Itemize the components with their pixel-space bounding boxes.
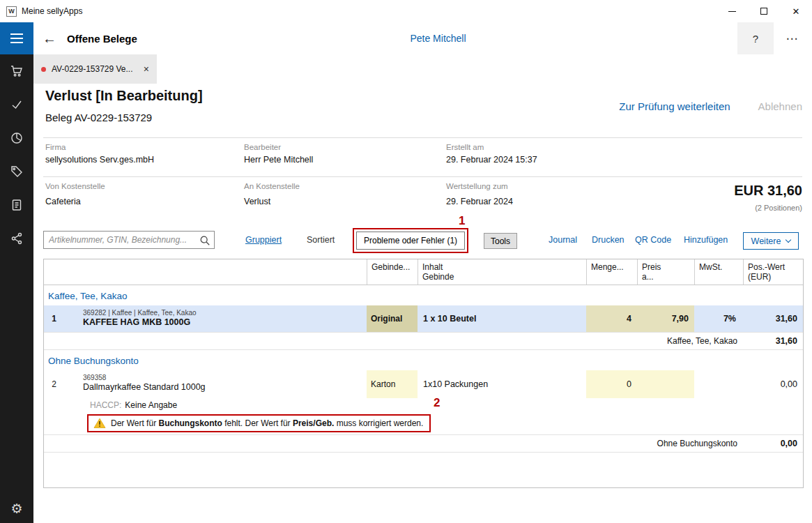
mwst-cell <box>694 370 743 398</box>
field-label-firma: Firma <box>45 143 66 151</box>
check-icon[interactable] <box>9 97 24 112</box>
table-row[interactable]: 1 369282 | Kaffee | Kaffee, Tee, Kakao K… <box>44 305 803 332</box>
gruppiert-link[interactable]: Gruppiert <box>245 235 282 245</box>
current-user[interactable]: Pete Mitchell <box>410 33 466 44</box>
tag-icon[interactable] <box>9 164 24 179</box>
group-subtotal: Ohne Buchungskonto 0,00 <box>44 434 803 453</box>
col-menge: Menge... <box>586 259 637 285</box>
col-pos-wert: Pos.-Wert(EUR) <box>743 259 803 285</box>
inhalt-cell: 1 x 10 Beutel <box>418 305 586 332</box>
qr-code-link[interactable]: QR Code <box>635 235 671 245</box>
help-button[interactable]: ? <box>737 22 774 54</box>
unsaved-dot-icon <box>41 67 46 72</box>
close-button[interactable]: ✕ <box>780 0 812 22</box>
tab-close-icon[interactable]: × <box>144 63 149 75</box>
chevron-down-icon <box>786 236 791 242</box>
journal-link[interactable]: Journal <box>549 235 577 245</box>
wert-cell: 0,00 <box>743 370 803 398</box>
preis-cell[interactable] <box>637 370 694 398</box>
article-description: 369358 Dallmayrkaffee Standard 1000g <box>62 370 367 398</box>
col-gebinde: Gebinde... <box>367 259 418 285</box>
annotation-2: 2 <box>434 396 440 410</box>
field-value-wertstellung: 29. Februar 2024 <box>446 197 513 206</box>
hinzufuegen-link[interactable]: Hinzufügen <box>684 235 728 245</box>
forward-for-review-link[interactable]: Zur Prüfung weiterleiten <box>619 100 730 112</box>
col-inhalt-gebinde: InhaltGebinde <box>418 259 586 285</box>
document-tab[interactable]: AV-0229-153729 Ve... × <box>33 54 157 84</box>
field-value-erstellt: 29. Februar 2024 15:37 <box>446 155 537 165</box>
maximize-button[interactable] <box>748 0 780 22</box>
reject-link[interactable]: Ablehnen <box>758 100 802 112</box>
menge-cell[interactable]: 0 <box>586 370 637 398</box>
field-value-von-kostenstelle: Cafeteria <box>45 197 81 206</box>
annotation-1: 1 <box>459 214 465 228</box>
row-number: 2 <box>44 370 62 398</box>
hamburger-icon <box>10 33 23 35</box>
settings-gear-icon[interactable]: ⚙ <box>9 501 24 516</box>
journal-icon[interactable] <box>9 197 24 213</box>
table-header: Gebinde... InhaltGebinde Menge... Preisa… <box>44 259 803 285</box>
warning-row: Der Wert für Buchungskonto fehlt. Der We… <box>44 412 803 434</box>
tools-button[interactable]: Tools <box>484 233 517 249</box>
probleme-oder-fehler-button[interactable]: Probleme oder Fehler (1) <box>356 232 465 250</box>
cart-icon[interactable] <box>9 63 24 79</box>
group-heading: Ohne Buchungskonto <box>44 350 803 370</box>
minimize-icon <box>728 11 736 12</box>
document-title: Verlust [In Bearbeitung] <box>45 88 203 104</box>
field-value-firma: sellysolutions Serv.ges.mbH <box>45 155 154 165</box>
field-label-an-kostenstelle: An Kostenstelle <box>244 182 300 190</box>
sidebar: ⚙ <box>0 54 33 523</box>
warning-text: Der Wert für Buchungskonto fehlt. Der We… <box>111 418 423 428</box>
article-description: 369282 | Kaffee | Kaffee, Tee, Kakao KAF… <box>62 305 367 332</box>
document-number: Beleg AV-0229-153729 <box>45 112 152 123</box>
validation-warning: Der Wert für Buchungskonto fehlt. Der We… <box>87 414 431 432</box>
haccp-row: HACCP: Keine Angabe <box>44 398 803 412</box>
field-label-wertstellung: Wertstellung zum <box>446 182 508 190</box>
gebinde-cell[interactable]: Karton <box>367 370 418 398</box>
inhalt-cell: 1x10 Packungen <box>418 370 586 398</box>
field-label-von-kostenstelle: Von Kostenstelle <box>45 182 105 190</box>
main-area: AV-0229-153729 Ve... × Verlust [In Bearb… <box>33 54 812 523</box>
search-input[interactable] <box>44 232 214 248</box>
field-label-erstellt: Erstellt am <box>446 143 484 151</box>
app-header: ← Offene Belege Pete Mitchell ? ⋯ <box>0 22 812 54</box>
document-total: EUR 31,60 <box>734 183 802 199</box>
field-label-bearbeiter: Bearbeiter <box>244 143 281 151</box>
sortiert-link[interactable]: Sortiert <box>307 235 335 245</box>
menge-cell[interactable]: 4 <box>586 305 637 332</box>
window-title: Meine sellyApps <box>22 6 82 16</box>
field-value-an-kostenstelle: Verlust <box>244 197 270 206</box>
wert-cell: 31,60 <box>743 305 803 332</box>
search-icon <box>199 235 210 246</box>
positions-count: (2 Positionen) <box>755 204 802 212</box>
weitere-dropdown[interactable]: Weitere <box>743 232 799 250</box>
col-preis: Preisa... <box>637 259 694 285</box>
app-icon: W <box>6 6 17 17</box>
minimize-button[interactable] <box>716 0 748 22</box>
back-button[interactable]: ← <box>43 31 56 47</box>
menu-button[interactable] <box>0 22 33 54</box>
field-value-bearbeiter: Herr Pete Mitchell <box>244 155 313 165</box>
tab-label: AV-0229-153729 Ve... <box>52 64 133 74</box>
preis-cell[interactable]: 7,90 <box>637 305 694 332</box>
document-content: Verlust [In Bearbeitung] Zur Prüfung wei… <box>33 84 812 523</box>
divider <box>43 176 802 177</box>
divider <box>43 137 802 138</box>
drucken-link[interactable]: Drucken <box>592 235 625 245</box>
share-icon[interactable] <box>9 231 24 246</box>
maximize-icon <box>760 8 767 15</box>
row-number: 1 <box>44 305 62 332</box>
positions-table: Gebinde... InhaltGebinde Menge... Preisa… <box>43 259 804 488</box>
table-empty-area <box>44 453 803 487</box>
weitere-label: Weitere <box>751 236 781 246</box>
article-search <box>43 231 215 249</box>
table-row[interactable]: 2 369358 Dallmayrkaffee Standard 1000g K… <box>44 370 803 398</box>
more-options-button[interactable]: ⋯ <box>777 22 806 54</box>
group-heading: Kaffee, Tee, Kakao <box>44 285 803 305</box>
haccp-label: HACCP: <box>90 400 121 410</box>
warning-triangle-icon <box>93 418 106 429</box>
gebinde-cell[interactable]: Original <box>367 305 418 332</box>
pie-chart-icon[interactable] <box>9 130 24 146</box>
mwst-cell: 7% <box>694 305 743 332</box>
window-titlebar: W Meine sellyApps ✕ <box>0 0 812 22</box>
